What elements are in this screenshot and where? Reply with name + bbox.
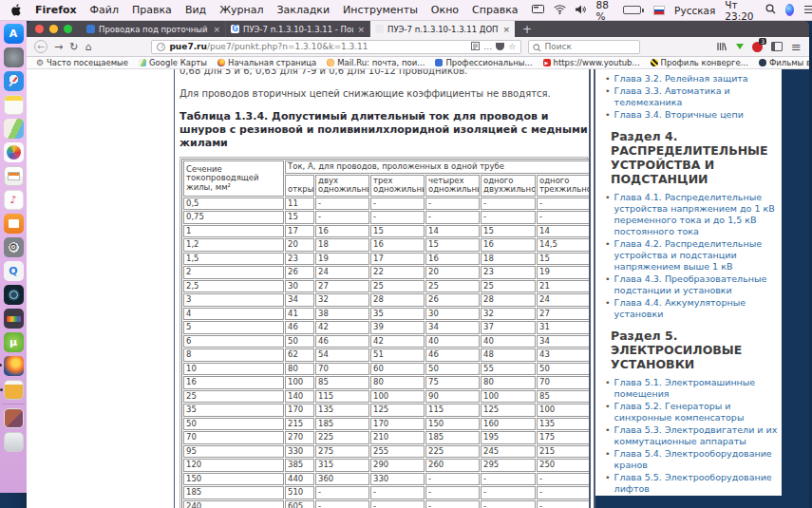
sidebar-toggle-icon[interactable] [771, 42, 783, 51]
site-info-icon[interactable]: i [157, 43, 165, 51]
dock-icon-safari[interactable] [4, 71, 24, 91]
menubar-item[interactable]: Файл [90, 4, 119, 16]
bookmark-star-icon[interactable]: ☆ [508, 42, 516, 51]
table-row: 4413835303227 [183, 308, 589, 321]
sidebar-chapter-link[interactable]: Глава 4.2. Распределительные устройства … [614, 238, 778, 273]
tab[interactable]: Проводка под проточный вод× [82, 21, 226, 37]
volume-icon[interactable] [576, 5, 587, 16]
sidebar-chapter-link[interactable]: Глава 5.3. Электродвигатели и их коммута… [614, 424, 778, 447]
sidebar-chapter-link[interactable]: Глава 4.4. Аккумуляторные установки [614, 297, 778, 320]
library-icon[interactable] [716, 38, 727, 56]
bookmark-item[interactable]: Профессиональны... [435, 58, 532, 67]
sidebar-chapter-link[interactable]: Глава 5.4. Электрооборудование кранов [614, 448, 778, 471]
menubar-app-name[interactable]: Firefox [35, 4, 77, 16]
reload-button[interactable]: ↻ [69, 42, 78, 52]
sidebar-chapter-link[interactable]: Глава 4.3. Преобразовательные подстанции… [614, 273, 778, 296]
table-cell: 23 [285, 253, 314, 266]
pocket-icon[interactable] [496, 43, 504, 50]
menubar-item[interactable]: Правка [132, 4, 172, 16]
dock-icon-utorrent[interactable]: µ [4, 332, 24, 352]
bookmark-item[interactable]: ⚙Часто посещаемые [36, 58, 128, 67]
menubar-item[interactable]: Вид [185, 4, 206, 16]
table-cell: 255 [370, 445, 425, 459]
sidebar-chapter-link[interactable]: Глава 5.5. Электрооборудование лифтов [614, 472, 778, 495]
tab-close-icon[interactable]: × [357, 25, 365, 34]
dock-icon-image-file[interactable] [4, 408, 24, 428]
dock-icon-maps[interactable] [4, 119, 24, 139]
back-button[interactable]: ← [34, 40, 47, 53]
tab[interactable]: ПУЭ-7 п.1.3.10-1.3.11 ДОПУСТ× [370, 21, 515, 37]
url-text[interactable]: pue7.ru/pue7/punkt.php?n=1.3.10&k=1.3.11 [169, 42, 467, 51]
dock-icon-app-store[interactable]: A [4, 24, 24, 44]
dock-icon-photos[interactable] [4, 142, 24, 162]
input-language-label[interactable]: Русская [674, 5, 715, 16]
dock-icon-notes[interactable] [4, 95, 24, 115]
table-subheader: трех одножильных [370, 175, 425, 197]
menubar-item[interactable]: Закладки [277, 4, 330, 16]
wifi-icon[interactable] [554, 5, 566, 16]
beeline-icon [651, 59, 658, 66]
dock-icon-launchpad[interactable] [4, 47, 24, 67]
home-button[interactable]: ⌂ [85, 42, 91, 52]
spotlight-search-icon[interactable] [765, 4, 776, 16]
dock-icon-trash[interactable] [4, 432, 24, 452]
bookmark-item[interactable]: Google Карты [139, 58, 207, 67]
downloads-icon[interactable] [736, 44, 744, 49]
search-input[interactable] [544, 42, 635, 51]
new-tab-button[interactable]: + [515, 21, 539, 37]
table-row: 3343228262824 [183, 293, 589, 307]
page-actions-icon[interactable]: … [483, 42, 492, 51]
dock-icon-system-preferences[interactable]: ⚙ [4, 237, 24, 257]
zoom-window-button[interactable] [64, 25, 72, 33]
forward-button[interactable]: → [54, 42, 63, 52]
sidebar-chapter-link[interactable]: Глава 3.4. Вторичные цепи [614, 109, 744, 121]
table-cell: 27 [315, 280, 369, 293]
sidebar-chapter-link[interactable]: Глава 3.2. Релейная защита [614, 73, 748, 85]
menu-hamburger-icon[interactable]: ≡ [791, 41, 802, 53]
table-row: 5464239343731 [183, 321, 589, 334]
bookmark-item[interactable]: Начальная страница [217, 58, 316, 67]
dock-icon-firefox[interactable] [4, 356, 24, 376]
table-cell: 20 [285, 238, 314, 252]
bookmark-item[interactable]: Профиль конверге... [651, 58, 748, 67]
sidebar-chapter-link[interactable]: Глава 5.1. Электромашинные помещения [614, 377, 778, 400]
menubar-clock[interactable]: Чт 23:20 [725, 0, 756, 22]
dock-icon-quicktime[interactable]: Q [4, 261, 24, 281]
input-language-flag-icon[interactable] [653, 6, 665, 15]
tab[interactable]: GПУЭ-7 п.1.3.10-1.3.11 - Поиск в× [226, 21, 370, 37]
dock-icon-calendar[interactable] [4, 380, 24, 400]
sidebar-chapter-link[interactable]: Глава 3.3. Автоматика и телемеханика [614, 85, 778, 108]
sidebar-chapter-link[interactable]: Глава 4.1. Распределительные устройства … [614, 192, 778, 237]
table-row: 0,511----- [183, 198, 589, 211]
close-window-button[interactable] [35, 25, 44, 33]
dock-icon-books[interactable] [4, 214, 24, 234]
table-cell: 135 [315, 404, 369, 417]
minimize-window-button[interactable] [49, 25, 58, 33]
menubar-item[interactable]: Окно [431, 4, 459, 16]
reader-view-icon[interactable] [471, 42, 480, 52]
table-cell: 100 [537, 404, 589, 417]
menubar-item[interactable]: Журнал [219, 4, 263, 16]
table-cell: 15 [285, 211, 314, 224]
dock-icon-textedit[interactable] [4, 166, 24, 186]
url-bar[interactable]: i pue7.ru/pue7/punkt.php?n=1.3.10&k=1.3.… [151, 40, 521, 54]
siri-icon[interactable] [785, 4, 794, 16]
tab-close-icon[interactable]: × [502, 25, 510, 34]
dock-icon-time-machine[interactable] [4, 285, 24, 305]
dock-icon-itunes[interactable]: ♪ [4, 190, 24, 210]
bookmark-item[interactable]: Фильмы в HD 1080 ... [759, 58, 809, 67]
bookmark-item[interactable]: @Mail.Ru: почта, пои... [327, 58, 425, 67]
adblock-icon[interactable]: 3 [752, 42, 763, 52]
menubar-item[interactable]: Инструменты [343, 4, 418, 16]
battery-icon[interactable] [623, 6, 644, 14]
bookmark-item[interactable]: ▶https://www.youtub... [543, 58, 640, 67]
dock-icon-imovie[interactable] [4, 309, 24, 329]
notification-center-icon[interactable] [803, 5, 812, 16]
table-cell: 25 [370, 280, 425, 293]
menubar-item[interactable]: Справка [472, 4, 518, 16]
apple-menu-icon[interactable] [11, 4, 22, 16]
tab-close-icon[interactable]: × [213, 25, 220, 34]
sidebar-chapter-link[interactable]: Глава 5.2. Генераторы и синхронные компе… [614, 401, 778, 423]
search-box[interactable] [528, 40, 640, 54]
display-icon[interactable] [532, 5, 544, 16]
